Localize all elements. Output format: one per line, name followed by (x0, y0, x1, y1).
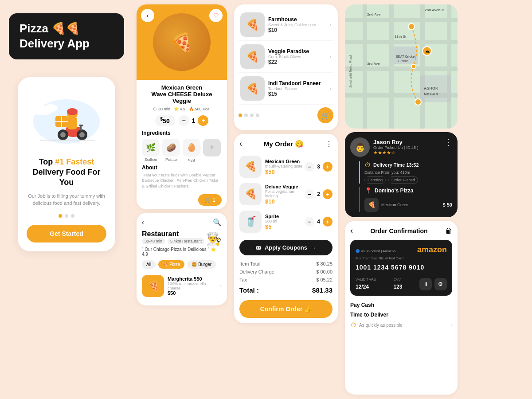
product-time: ⏱ 30 min (153, 107, 170, 111)
confirmation-back-button[interactable]: ‹ (350, 226, 353, 235)
intro-panel: Pizza 🍕🍕Delivery App (0, 0, 133, 399)
menu-item-veggie-paradise: 🍕 Veggie Paradise Corn, Black Olives $22… (239, 41, 333, 73)
svg-text:🏍: 🏍 (425, 49, 430, 54)
driver-avatar: 👨 (350, 137, 370, 157)
order-emoji: 😋 (295, 140, 304, 148)
delete-button[interactable]: 🗑 (445, 227, 452, 235)
get-started-button[interactable]: Get Started (27, 225, 106, 243)
menu-item-tandoori-paneer: 🍕 Indi Tandoori Paneer Tandoori Paneer $… (239, 73, 333, 105)
delivery-time-label: Delivery Time 13:52 (373, 162, 419, 168)
carousel-dots (59, 214, 74, 218)
margherita-image: 🍕 (142, 275, 164, 297)
total-value: $81.33 (312, 286, 332, 294)
card-number: 1001 1234 5678 9010 (356, 264, 447, 271)
margherita-info: Margherita 550 100% real mozzarella chee… (168, 276, 220, 296)
mexican-green-order-image: 🍕 (239, 156, 262, 178)
svg-point-3 (35, 108, 45, 115)
pause-button[interactable]: ⏸ (419, 278, 432, 290)
sprite-qty: 4 (317, 219, 320, 225)
clock-deliver-icon: ⏱ (350, 321, 356, 329)
mexican-green-increase-button[interactable]: + (323, 162, 332, 172)
veggie-paradise-chevron-icon: › (329, 53, 332, 61)
driver-more-button[interactable]: ⋮ (444, 137, 452, 147)
cvv-value: 123 (393, 284, 402, 290)
settings-button[interactable]: ⚙ (434, 278, 447, 290)
card-actions: ⏸ ⚙ (419, 278, 447, 290)
tandoori-paneer-chevron-icon: › (329, 85, 332, 93)
order-more-button[interactable]: ⋮ (325, 140, 332, 148)
svg-text:NAGAR: NAGAR (424, 92, 438, 96)
add-to-cart-button[interactable]: 🛒 1 (198, 194, 222, 206)
menu-item-farmhouse: 🍕 Farmhouse Sweet & Juicy Golden corn $1… (239, 9, 333, 41)
delivery-categories: Catering Order Placed (364, 176, 452, 184)
delivery-time-badge: 30-40 min (142, 238, 165, 244)
ingredient-scillion: 🌿 Scillion (142, 139, 160, 162)
sprite-increase-button[interactable]: + (323, 217, 332, 227)
driver-name: Jason Roy (373, 139, 441, 145)
quantity-decrease-button[interactable]: − (179, 115, 189, 126)
svg-point-9 (79, 132, 85, 137)
intro-phone-card: Top #1 FastestDelivery Food For You Our … (18, 77, 115, 251)
location-icon: 📍 (364, 187, 372, 194)
sprite-order-name: Sprite (265, 214, 305, 219)
back-button[interactable]: ‹ (141, 9, 154, 22)
about-text: Treat your taste buds with Double Pepper… (142, 172, 222, 189)
menu-cart-button[interactable]: 🛒 (317, 107, 333, 123)
svg-point-38 (408, 23, 415, 30)
valid-thru-label: VALID THRU (356, 278, 376, 282)
svg-point-14 (67, 108, 78, 115)
sprite-order-price: $5 (265, 223, 305, 230)
tandoori-paneer-name: Indi Tandoori Paneer (268, 80, 328, 86)
restaurant-search-button[interactable]: 🔍 (213, 218, 222, 227)
svg-text:Jawaharlal Nehru Road: Jawaharlal Nehru Road (349, 55, 352, 88)
ingredient-potato: 🥔 Potato (162, 139, 180, 162)
ingredients-section: Ingredients 🌿 Scillion 🥔 Potato 🥚 egg (142, 130, 222, 162)
order-back-button[interactable]: ‹ (239, 139, 242, 149)
svg-text:3rd Ave: 3rd Ave (367, 62, 380, 66)
dot-2 (65, 214, 68, 218)
card-top: 🔵 us unlocked | Amazon amazon (356, 245, 447, 254)
card-subtitle: Merchant Specific Virtual Card (356, 256, 447, 260)
ingredient-add[interactable]: + (203, 139, 221, 162)
category-pizza-tab[interactable]: 🍕 Pizza (158, 260, 184, 269)
confirmation-header: ‹ Order Confirmation 🗑 (350, 226, 452, 235)
confirm-order-button[interactable]: Confirm Order 👍 (239, 300, 332, 318)
farmhouse-chevron-icon: › (329, 21, 332, 29)
item-total-row: Item Total $ 80.25 (239, 260, 332, 268)
svg-text:2nd Ave: 2nd Ave (367, 12, 381, 16)
apply-coupons-button[interactable]: 🎟 Apply Coupons → (239, 240, 332, 255)
category-all-tab[interactable]: All (142, 260, 156, 269)
favorite-button[interactable]: ♡ (209, 9, 223, 22)
menu-list-card: 🍕 Farmhouse Sweet & Juicy Golden corn $1… (234, 4, 338, 130)
category-catering: Catering (364, 176, 386, 184)
cvv-label: CVV (393, 278, 400, 282)
mexican-green-qty: 3 (317, 164, 320, 170)
driver-rating: ★★★★☆ (373, 150, 441, 156)
distance-badge: 5.4km Restaurant (168, 238, 204, 244)
deluxe-veggie-increase-button[interactable]: + (323, 189, 332, 199)
restaurant-meta: 30-40 min 5.4km Restaurant (142, 238, 204, 244)
farmhouse-name: Farmhouse (268, 16, 328, 23)
category-burger-tab[interactable]: 🍔 Burger (187, 260, 216, 269)
svg-point-2 (44, 104, 58, 112)
deliver-chevron-icon: › (451, 323, 452, 328)
quantity-control: − 1 + (179, 115, 209, 126)
quantity-increase-button[interactable]: + (198, 115, 208, 126)
tax-label: Tax (239, 277, 247, 282)
restaurant-tagline: " Our Chicago Pizza Is Dellicious " ⭐ 4.… (142, 247, 222, 257)
delivery-charge-label: Delivery Charge (239, 269, 274, 274)
svg-text:2nd Avenue: 2nd Avenue (425, 8, 445, 12)
delivery-panel: 2nd Ave 2nd Avenue 13th St 3rd Ave SDAT … (341, 0, 461, 399)
pay-cash-option[interactable]: Pay Cash (350, 300, 452, 310)
sprite-decrease-button[interactable]: − (305, 217, 314, 227)
product-rating: ⭐ 4.9 (174, 107, 185, 111)
item-total-value: $ 80.25 (316, 261, 332, 266)
tax-value: $ 05.22 (316, 277, 332, 282)
sprite-order-image: 🥤 (239, 211, 262, 233)
dominos-row: 🍕 Mexican Green $ 50 (364, 198, 452, 212)
deluxe-veggie-decrease-button[interactable]: − (305, 189, 314, 199)
tax-row: Tax $ 05.22 (239, 276, 332, 284)
mexican-green-decrease-button[interactable]: − (305, 162, 314, 172)
product-panel: ‹ ♡ 🍕 Mexican GreenWave CHEESE Deluxe Ve… (133, 0, 231, 399)
restaurant-back-button[interactable]: ‹ (142, 219, 144, 227)
